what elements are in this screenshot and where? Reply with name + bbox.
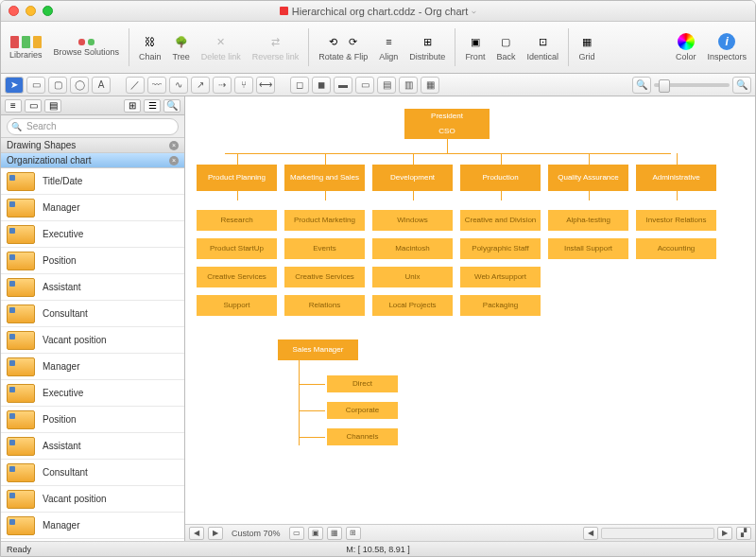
close-icon[interactable]: × bbox=[169, 156, 179, 165]
sidetab-search[interactable]: 🔍 bbox=[163, 99, 180, 113]
org-box[interactable]: Product Planning bbox=[197, 165, 277, 191]
page-next-button[interactable]: ▶ bbox=[208, 527, 223, 540]
org-box[interactable]: Channels bbox=[327, 428, 398, 445]
shape-item[interactable]: Consultant bbox=[1, 460, 184, 486]
zoom-slider[interactable] bbox=[654, 83, 730, 87]
org-box[interactable]: Investor Relations bbox=[636, 210, 716, 231]
org-box[interactable]: Windows bbox=[372, 210, 453, 231]
rotate-flip-button[interactable]: ⟲⟳ Rotate & Flip bbox=[315, 33, 371, 61]
text-tool[interactable]: A bbox=[92, 77, 111, 94]
page-prev-button[interactable]: ◀ bbox=[189, 527, 204, 540]
branch-tool[interactable]: ⑂ bbox=[234, 77, 253, 94]
shape2-tool[interactable]: ◼ bbox=[312, 77, 331, 94]
org-box[interactable]: Install Support bbox=[548, 238, 628, 259]
org-box[interactable]: Development bbox=[372, 165, 453, 191]
spline-tool[interactable]: ∿ bbox=[169, 77, 188, 94]
shape-item[interactable]: Title/Date bbox=[1, 168, 184, 195]
org-box[interactable]: Marketing and Sales bbox=[284, 165, 365, 191]
org-box[interactable]: Research bbox=[197, 210, 277, 231]
shape3-tool[interactable]: ▬ bbox=[334, 77, 352, 94]
line-tool[interactable]: ／ bbox=[126, 77, 145, 94]
org-box[interactable]: Packaging bbox=[460, 295, 541, 316]
org-box[interactable]: Accounting bbox=[636, 238, 716, 259]
scroll-right-button[interactable]: ▶ bbox=[717, 527, 732, 540]
org-box[interactable]: Macintosh bbox=[372, 238, 453, 259]
front-button[interactable]: ▣ Front bbox=[461, 33, 489, 61]
shape-item[interactable]: Manager bbox=[1, 195, 184, 221]
org-box[interactable]: Local Projects bbox=[372, 295, 453, 316]
canvas[interactable]: PresidentCSOProduct PlanningMarketing an… bbox=[185, 96, 755, 541]
sidetab-1[interactable]: ≡ bbox=[5, 99, 22, 113]
conn-tool[interactable]: ⇢ bbox=[213, 77, 232, 94]
sidetab-3[interactable]: ▤ bbox=[44, 99, 61, 113]
org-box[interactable]: Quality Assurance bbox=[548, 165, 628, 191]
libraries-button[interactable]: Libraries bbox=[6, 36, 46, 60]
shape7-tool[interactable]: ▦ bbox=[421, 77, 439, 94]
sidetab-grid[interactable]: ⊞ bbox=[124, 99, 141, 113]
footer-btn-2[interactable]: ▣ bbox=[308, 527, 323, 540]
shape5-tool[interactable]: ▤ bbox=[377, 77, 396, 94]
identical-button[interactable]: ⊡ Identical bbox=[523, 33, 562, 61]
chevron-down-icon[interactable]: ⌵ bbox=[472, 7, 476, 15]
org-box[interactable]: Events bbox=[284, 238, 365, 259]
curve-tool[interactable]: 〰 bbox=[147, 77, 166, 94]
shape6-tool[interactable]: ▥ bbox=[399, 77, 418, 94]
resize-handle-icon[interactable]: ▞ bbox=[736, 527, 751, 540]
shape-item[interactable]: Manager bbox=[1, 354, 184, 380]
pointer-tool[interactable]: ➤ bbox=[5, 77, 24, 94]
org-box[interactable]: Direct bbox=[327, 375, 398, 392]
hscrollbar[interactable] bbox=[601, 528, 714, 539]
org-box[interactable]: President bbox=[404, 109, 490, 124]
sidetab-list[interactable]: ☰ bbox=[144, 99, 161, 113]
shape-item[interactable]: Assistant bbox=[1, 433, 184, 460]
shape-item[interactable]: Position bbox=[1, 407, 184, 433]
reverse-link-button[interactable]: ⇄ Reverse link bbox=[249, 33, 303, 61]
box-tool[interactable]: ▢ bbox=[48, 77, 67, 94]
zoom-out-button[interactable]: 🔍 bbox=[632, 77, 651, 94]
align-button[interactable]: ≡ Align bbox=[375, 33, 402, 61]
scroll-left-button[interactable]: ◀ bbox=[583, 527, 598, 540]
zoom-in-button[interactable]: 🔍 bbox=[732, 77, 751, 94]
section-org-chart[interactable]: Organizational chart × bbox=[1, 153, 184, 168]
org-box[interactable]: Creative Services bbox=[197, 267, 277, 287]
close-icon[interactable]: × bbox=[169, 141, 179, 150]
org-box[interactable]: Relations bbox=[284, 295, 365, 316]
org-box[interactable]: Product StartUp bbox=[197, 238, 277, 259]
grid-button[interactable]: ▦ Grid bbox=[575, 33, 599, 61]
shape-item[interactable]: Vacant position bbox=[1, 327, 184, 354]
org-box[interactable]: Sales Manager bbox=[278, 339, 358, 360]
shape-item[interactable]: Consultant bbox=[1, 301, 184, 327]
section-drawing-shapes[interactable]: Drawing Shapes × bbox=[1, 138, 184, 153]
org-box[interactable]: Creative Services bbox=[284, 267, 365, 287]
sidetab-2[interactable]: ▭ bbox=[25, 99, 42, 113]
shape-item[interactable]: Vacant position bbox=[1, 486, 184, 513]
tree-button[interactable]: 🌳 Tree bbox=[169, 33, 194, 61]
zoom-label[interactable]: Custom 70% bbox=[226, 529, 286, 538]
arrow-tool[interactable]: ↗ bbox=[191, 77, 210, 94]
shape4-tool[interactable]: ▭ bbox=[355, 77, 374, 94]
shape-item[interactable]: Executive bbox=[1, 221, 184, 248]
org-box[interactable]: Alpha-testing bbox=[548, 210, 628, 231]
org-box[interactable]: Product Marketing bbox=[284, 210, 365, 231]
inspectors-button[interactable]: i Inspectors bbox=[703, 33, 750, 61]
shape-list[interactable]: Title/DateManagerExecutivePositionAssist… bbox=[1, 168, 184, 541]
org-box[interactable]: CSO bbox=[404, 124, 490, 139]
org-box[interactable]: Web Artsupport bbox=[460, 267, 541, 287]
color-button[interactable]: Color bbox=[672, 33, 700, 61]
distribute-button[interactable]: ⊞ Distribute bbox=[405, 33, 449, 61]
footer-btn-3[interactable]: ▦ bbox=[327, 527, 342, 540]
shape-item[interactable]: Assistant bbox=[1, 274, 184, 301]
dim-tool[interactable]: ⟷ bbox=[256, 77, 275, 94]
org-box[interactable]: Production bbox=[460, 165, 541, 191]
org-box[interactable]: Administrative bbox=[636, 165, 716, 191]
shape1-tool[interactable]: ◻ bbox=[290, 77, 309, 94]
shape-item[interactable]: Manager bbox=[1, 513, 184, 539]
back-button[interactable]: ▢ Back bbox=[492, 33, 519, 61]
delete-link-button[interactable]: ✕ Delete link bbox=[198, 33, 245, 61]
org-box[interactable]: Unix bbox=[372, 267, 453, 287]
ellipse-tool[interactable]: ◯ bbox=[70, 77, 89, 94]
org-box[interactable]: Corporate bbox=[327, 402, 398, 419]
org-box[interactable]: Polygraphic Staff bbox=[460, 238, 541, 259]
shape-item[interactable]: Position bbox=[1, 248, 184, 274]
chain-button[interactable]: ⛓ Chain bbox=[135, 33, 165, 61]
